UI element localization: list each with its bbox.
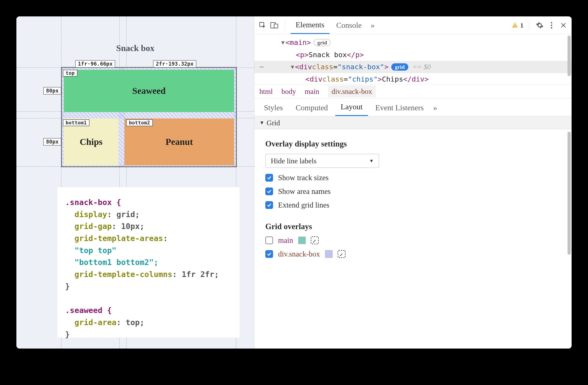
- crumb-html[interactable]: html: [259, 88, 273, 95]
- caret-down-icon[interactable]: ▼: [291, 63, 294, 71]
- dom-attr-name: class: [322, 74, 344, 84]
- dom-attr-val: "snack-box": [337, 61, 384, 73]
- line-labels-select[interactable]: Hide line labels ▼: [265, 154, 379, 168]
- track-label-col1: 1fr·96.66px: [75, 60, 115, 68]
- code-line: .seaweed {: [65, 306, 112, 315]
- code-line: display: [65, 210, 107, 219]
- subtabs: Styles Computed Layout Event Listeners »: [254, 98, 572, 116]
- code-line: .snack-box {: [65, 198, 121, 207]
- svg-point-5: [551, 22, 552, 23]
- subtabs-overflow[interactable]: »: [431, 99, 440, 116]
- dom-attr-val: "chips": [348, 74, 378, 84]
- dom-tag: </div>: [403, 74, 429, 84]
- track-label-row2: 80px: [43, 138, 61, 146]
- tabs-overflow[interactable]: »: [368, 17, 377, 34]
- grid-hatch: [62, 112, 236, 118]
- checkbox-checked[interactable]: [265, 201, 273, 209]
- svg-point-7: [551, 27, 552, 28]
- checkbox-checked[interactable]: [265, 250, 273, 258]
- devtools-toolbar: Elements Console » 1: [254, 16, 572, 34]
- track-label-row1: 80px: [43, 87, 61, 95]
- color-swatch[interactable]: [325, 250, 333, 258]
- code-line: }: [65, 282, 70, 291]
- code-line: :: [163, 234, 168, 243]
- dom-tag: <div: [305, 74, 322, 84]
- dom-text: Chips: [382, 74, 403, 84]
- dom-row-main[interactable]: ▼ <main> grid: [254, 37, 572, 49]
- overlay-snack-box[interactable]: div.snack-box: [265, 250, 561, 258]
- overlay-name: main: [278, 237, 293, 244]
- svg-point-6: [551, 24, 552, 26]
- separator: [529, 20, 529, 31]
- grid-badge-active[interactable]: grid: [391, 63, 408, 71]
- dollar-zero: == $0: [412, 61, 431, 73]
- tab-console[interactable]: Console: [331, 17, 367, 34]
- caret-down-icon[interactable]: ▼: [281, 38, 284, 47]
- ellipsis-icon[interactable]: ⋯: [254, 61, 269, 73]
- caret-down-icon: ▼: [259, 120, 264, 125]
- highlight-icon[interactable]: [311, 236, 319, 244]
- area-label-top: top: [63, 70, 77, 77]
- dom-row-snack-box[interactable]: ⋯ ▼ <div class="snack-box"> grid == $0: [254, 61, 572, 73]
- dom-tag: >: [384, 61, 389, 73]
- page-title: Snack box: [16, 44, 254, 52]
- color-swatch[interactable]: [298, 236, 306, 244]
- tab-elements[interactable]: Elements: [291, 16, 330, 34]
- scrollbar-thumb[interactable]: [567, 132, 571, 255]
- chevron-down-icon: ▼: [369, 159, 374, 163]
- opt-show-area-names[interactable]: Show area names: [265, 188, 561, 195]
- dom-tree[interactable]: ▼ <main> grid <p>Snack box</p> ⋯ ▼ <div …: [254, 34, 572, 84]
- section-grid-header[interactable]: ▼ Grid: [254, 116, 572, 129]
- code-line: grid-template-columns: [65, 270, 172, 279]
- dom-tag: </p>: [347, 49, 364, 61]
- checkbox-unchecked[interactable]: [265, 236, 273, 244]
- subtab-layout[interactable]: Layout: [335, 98, 368, 116]
- checkbox-checked[interactable]: [265, 188, 273, 195]
- close-icon[interactable]: [558, 20, 568, 30]
- overlay-main[interactable]: main: [265, 236, 561, 244]
- overlay-name: div.snack-box: [278, 250, 320, 258]
- code-line: "top top": [65, 246, 116, 255]
- snack-box: Seaweed Chips Peanut top bottom1 bottom2: [61, 67, 237, 167]
- crumb-main[interactable]: main: [305, 88, 319, 95]
- highlight-icon[interactable]: [338, 250, 345, 258]
- code-line: : 1fr 2fr;: [172, 270, 219, 279]
- opt-label: Extend grid lines: [278, 201, 329, 209]
- subtab-event-listeners[interactable]: Event Listeners: [370, 99, 429, 116]
- code-line: : 10px;: [112, 222, 144, 231]
- opt-label: Show area names: [278, 188, 331, 195]
- page-canvas: Snack box Seaweed Chips Peanut top botto…: [16, 16, 254, 348]
- area-label-bottom2: bottom2: [126, 119, 153, 126]
- kebab-icon[interactable]: [546, 20, 557, 30]
- dom-tag: <main>: [285, 37, 311, 48]
- dom-row-p[interactable]: <p>Snack box</p>: [254, 49, 572, 61]
- grid-hatch: [62, 68, 236, 70]
- crumb-snack-box[interactable]: div.snack-box: [328, 86, 376, 97]
- snack-row-top: Seaweed: [62, 70, 236, 112]
- dom-tag: <p>: [296, 49, 309, 61]
- opt-show-track-sizes[interactable]: Show track sizes: [265, 174, 561, 182]
- grid-badge[interactable]: grid: [314, 39, 331, 46]
- cell-seaweed: Seaweed: [64, 70, 234, 112]
- opt-extend-grid-lines[interactable]: Extend grid lines: [265, 201, 561, 209]
- warning-badge[interactable]: 1: [511, 22, 524, 29]
- overlay-settings-heading: Overlay display settings: [265, 140, 561, 148]
- warning-count: 1: [520, 22, 524, 29]
- checkbox-checked[interactable]: [265, 174, 273, 182]
- svg-rect-3: [515, 24, 515, 26]
- dom-row-chips[interactable]: <div class="chips">Chips</div>: [254, 73, 572, 84]
- gear-icon[interactable]: [535, 20, 545, 30]
- code-line: grid-template-areas: [65, 234, 163, 243]
- scrollbar-thumb[interactable]: [567, 36, 571, 76]
- code-line: "bottom1 bottom2";: [65, 258, 158, 267]
- devtools-window: Snack box Seaweed Chips Peanut top botto…: [16, 16, 572, 348]
- subtab-computed[interactable]: Computed: [290, 99, 333, 116]
- area-label-bottom1: bottom1: [63, 119, 89, 126]
- breadcrumb: html body main div.snack-box: [254, 84, 572, 98]
- separator: [285, 20, 285, 31]
- crumb-body[interactable]: body: [281, 88, 296, 95]
- subtab-styles[interactable]: Styles: [258, 99, 288, 116]
- inspect-icon[interactable]: [258, 20, 268, 30]
- device-toggle-icon[interactable]: [269, 20, 279, 30]
- grid-overlays-heading: Grid overlays: [265, 223, 561, 231]
